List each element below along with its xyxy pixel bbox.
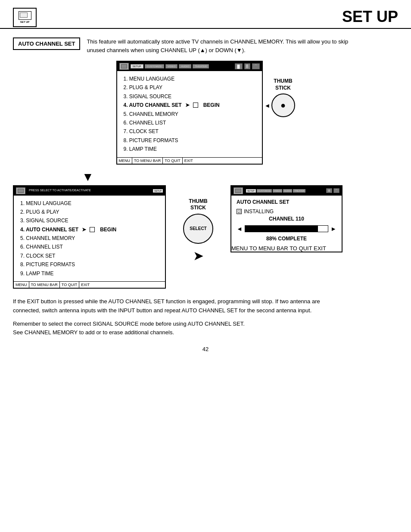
- bl-bottom-to-quit: TO QUIT: [60, 282, 79, 288]
- bottom-right-screen-area: SETUP CUSTOMIZE VIDEO AUDIO THEATER 8 ⌒ …: [230, 185, 398, 252]
- menu-item-8: 8. PICTURE FORMATS: [124, 136, 255, 145]
- menu-item-2: 2. PLUG & PLAY: [124, 83, 255, 92]
- bl-menu-item-6: 6. CHANNEL LIST: [20, 243, 159, 251]
- bottom-left-menubar: PRESS SELECT TO ACTIVATE/DEACTIVATE SETU…: [14, 186, 165, 196]
- press-select-text: PRESS SELECT TO ACTIVATE/DEACTIVATE: [29, 189, 91, 192]
- bottom-center-area: THUMBSTICK SELECT ➤: [170, 185, 226, 263]
- tab-theater: THEATER: [193, 64, 209, 68]
- rs-tab-theater: THEATER: [293, 189, 305, 193]
- menu-item-1: 1. MENU LANGUAGE: [124, 75, 255, 83]
- rs-bottom-menu: MENU: [231, 245, 248, 252]
- body-para2-line1: Remember to select the correct SIGNAL SO…: [13, 320, 398, 329]
- main-content: AUTO CHANNEL SET This feature will autom…: [0, 33, 411, 357]
- bl-menu-item-7: 7. CLOCK SET: [20, 252, 159, 260]
- bar-icon-1: ▐▌: [235, 63, 243, 69]
- progress-bar-fill: [245, 226, 318, 232]
- bl-menu-item-4: 4. AUTO CHANNEL SET ➤ BEGIN: [20, 225, 159, 234]
- bl-menu-item-9: 9. LAMP TIME: [20, 269, 159, 278]
- progress-bar: [245, 225, 328, 232]
- channel-label: CHANNEL 110: [237, 216, 336, 222]
- right-tv-screen: SETUP CUSTOMIZE VIDEO AUDIO THEATER 8 ⌒ …: [230, 185, 342, 252]
- rs-tabs: SETUP CUSTOMIZE VIDEO AUDIO THEATER: [246, 189, 305, 193]
- bottom-row: PRESS SELECT TO ACTIVATE/DEACTIVATE SETU…: [13, 185, 398, 289]
- tab-audio: AUDIO: [179, 64, 191, 68]
- select-circle: SELECT: [183, 214, 213, 244]
- top-tv-screen: SETUP CUSTOMIZE VIDEO AUDIO THEATER ▐▌ 8…: [116, 61, 263, 165]
- body-para1-line2: connected, switch antenna inputs with th…: [13, 306, 398, 315]
- bl-tabs: SETUP: [153, 189, 163, 193]
- body-para2-line2: See CHANNEL MEMORY to add or to erase ad…: [13, 328, 398, 337]
- top-tabs: SETUP CUSTOMIZE VIDEO AUDIO THEATER: [131, 64, 209, 68]
- bl-menu-item-2: 2. PLUG & PLAY: [20, 208, 159, 216]
- rs-extra-icons: 8 ⌒: [326, 188, 339, 193]
- feature-desc-line1: This feature will automatically store ac…: [87, 37, 348, 46]
- menu-item-4: 4. AUTO CHANNEL SET ➤ BEGIN: [124, 101, 255, 109]
- bottom-exit: EXIT: [183, 158, 195, 164]
- menu-item-9: 9. LAMP TIME: [124, 145, 255, 153]
- rs-tab-audio: AUDIO: [283, 189, 293, 193]
- icon-label: SET UP: [19, 21, 31, 24]
- bar-icon-3: ⌒: [252, 63, 260, 69]
- arrow-right-icon: ➤: [193, 248, 204, 263]
- feature-label-box: AUTO CHANNEL SET: [13, 37, 80, 50]
- rs-bottom-to-quit: TO QUIT: [290, 245, 312, 252]
- arrow-icon: ➤: [185, 101, 190, 109]
- menu-item-5: 5. CHANNEL MEMORY: [124, 110, 255, 118]
- rs-tab-video: VIDEO: [273, 189, 282, 193]
- top-screen-menubar: SETUP CUSTOMIZE VIDEO AUDIO THEATER ▐▌ 8…: [117, 62, 262, 71]
- body-paragraph-1: If the EXIT button is pressed while the …: [13, 297, 398, 315]
- bar-icon-2: 8: [244, 63, 250, 69]
- arrow-down-icon: ▼: [82, 171, 94, 183]
- bottom-thumb-stick-label: THUMBSTICK: [189, 198, 207, 212]
- progress-right-arrow: ►: [330, 225, 336, 232]
- feature-label-row: AUTO CHANNEL SET This feature will autom…: [13, 37, 398, 54]
- bl-menu-item-8: 8. PICTURE FORMATS: [20, 260, 159, 269]
- feature-desc-line2: unused channels when using CHANNEL UP (▲…: [87, 46, 348, 55]
- right-screen-body: AUTO CHANNEL SET ☑ INSTALLING CHANNEL 11…: [231, 196, 342, 245]
- tab-video: VIDEO: [165, 64, 178, 68]
- bl-menu-item-5: 5. CHANNEL MEMORY: [20, 234, 159, 243]
- installing-row: ☑ INSTALLING: [237, 208, 336, 215]
- progress-bar-container: ◄ ►: [237, 225, 336, 232]
- installing-label: INSTALLING: [244, 208, 274, 215]
- feature-description: This feature will automatically store ac…: [87, 37, 348, 54]
- bl-menu-item-3: 3. SIGNAL SOURCE: [20, 216, 159, 225]
- progress-left-arrow: ◄: [237, 225, 243, 232]
- right-screen-menubar: SETUP CUSTOMIZE VIDEO AUDIO THEATER 8 ⌒: [231, 186, 342, 196]
- rs-icon-1: 8: [326, 188, 332, 193]
- menu-item-7: 7. CLOCK SET: [124, 127, 255, 136]
- page-number: 42: [13, 346, 398, 352]
- top-screen-bottom-bar: MENU TO MENU BAR TO QUIT EXIT: [117, 157, 262, 164]
- page-title: SET UP: [342, 8, 398, 28]
- arrow-down-section: ▼: [13, 171, 398, 183]
- top-thumb-stick-area: THUMBSTICK ●: [271, 61, 295, 119]
- body-para1-line1: If the EXIT button is pressed while the …: [13, 297, 398, 306]
- begin-label: BEGIN: [203, 101, 220, 109]
- screen-icon: [119, 63, 129, 70]
- bl-tab-setup: SETUP: [153, 189, 163, 193]
- rs-bottom-bar: MENU TO MENU BAR TO QUIT EXIT: [231, 245, 342, 252]
- bl-bottom-to-menu-bar: TO MENU BAR: [29, 282, 60, 288]
- rs-bottom-to-menu-bar: TO MENU BAR: [249, 245, 288, 252]
- bl-bottom-exit: EXIT: [79, 282, 91, 288]
- bottom-left-screen: PRESS SELECT TO ACTIVATE/DEACTIVATE SETU…: [13, 185, 166, 289]
- tab-setup: SETUP: [131, 64, 143, 68]
- select-label: SELECT: [190, 226, 206, 231]
- top-thumb-stick: ●: [271, 93, 295, 117]
- page-header: SET UP SET UP: [0, 0, 411, 29]
- bl-menu-body: 1. MENU LANGUAGE 2. PLUG & PLAY 3. SIGNA…: [14, 196, 165, 282]
- rs-tab-setup: SETUP: [246, 189, 256, 193]
- tab-customize: CUSTOMIZE: [145, 64, 164, 68]
- rs-icon-2: ⌒: [333, 188, 339, 193]
- bl-screen-icon: [16, 187, 25, 194]
- right-screen-title: AUTO CHANNEL SET: [237, 199, 336, 205]
- top-screen-menu-body: 1. MENU LANGUAGE 2. PLUG & PLAY 3. SIGNA…: [117, 71, 262, 157]
- rs-bottom-exit: EXIT: [314, 245, 326, 252]
- bottom-left-tv-screen: PRESS SELECT TO ACTIVATE/DEACTIVATE SETU…: [13, 185, 166, 289]
- top-bar-extra-icons: ▐▌ 8 ⌒: [235, 63, 260, 69]
- complete-text: 88% COMPLETE: [237, 236, 336, 242]
- bl-bottom-bar: MENU TO MENU BAR TO QUIT EXIT: [14, 281, 165, 288]
- bl-checkbox-icon: [90, 227, 95, 232]
- body-paragraph-2: Remember to select the correct SIGNAL SO…: [13, 320, 398, 338]
- top-thumb-stick-label: THUMBSTICK: [274, 78, 292, 91]
